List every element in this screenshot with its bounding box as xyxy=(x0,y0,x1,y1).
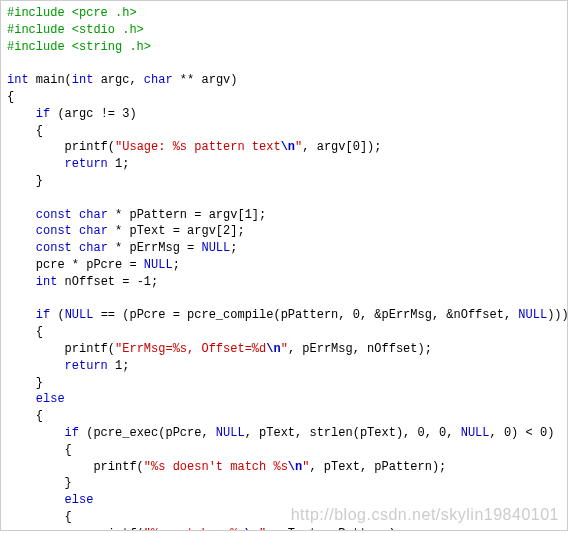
string-literal: "%s doesn't match %s xyxy=(144,460,288,474)
kw-char: char xyxy=(144,73,173,87)
kw-null: NULL xyxy=(201,241,230,255)
kw-const: const xyxy=(36,208,72,222)
preproc-line: #include <string .h> xyxy=(7,40,151,54)
string-literal: "Usage: %s pattern text xyxy=(115,140,281,154)
brace-open: { xyxy=(7,443,72,457)
brace-open: { xyxy=(7,124,43,138)
string-literal: "%s matches %s xyxy=(144,527,245,531)
kw-int: int xyxy=(72,73,94,87)
kw-return: return xyxy=(65,157,108,171)
kw-int: int xyxy=(7,73,29,87)
kw-else: else xyxy=(36,392,65,406)
brace-open: { xyxy=(7,90,14,104)
escape-seq: \n xyxy=(281,140,295,154)
string-literal: "ErrMsg=%s, Offset=%d xyxy=(115,342,266,356)
preproc-line: #include <stdio .h> xyxy=(7,23,144,37)
brace-close: } xyxy=(7,174,43,188)
fn-main: main( xyxy=(29,73,72,87)
kw-char: char xyxy=(79,208,108,222)
preproc-line: #include <pcre .h> xyxy=(7,6,137,20)
brace-close: } xyxy=(7,476,72,490)
kw-if: if xyxy=(36,107,50,121)
code-container: #include <pcre .h> #include <stdio .h> #… xyxy=(0,0,568,531)
